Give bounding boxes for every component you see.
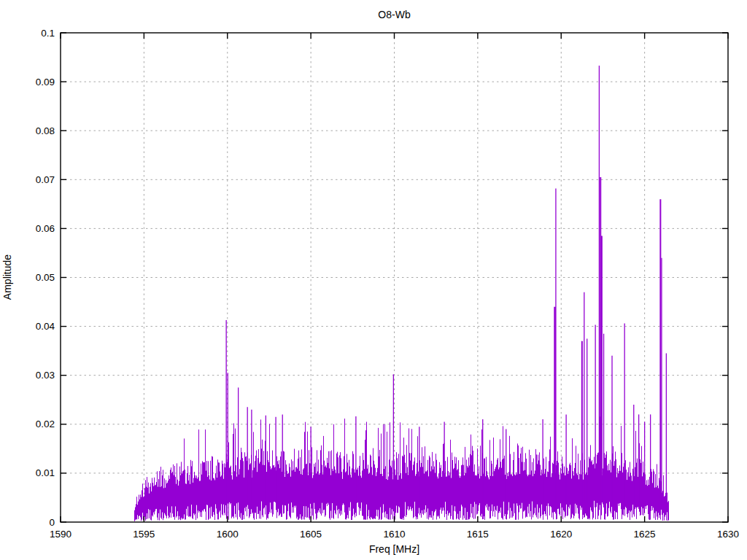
y-tick-label-0.05: 0.05 — [36, 272, 55, 283]
chart-title: O8-Wb — [61, 9, 728, 20]
x-tick-label-1625: 1625 — [634, 529, 656, 540]
y-tick-label-0.1: 0.1 — [41, 28, 55, 39]
y-tick-label-0.06: 0.06 — [36, 223, 55, 234]
y-tick-label-0: 0 — [49, 517, 55, 528]
x-tick-label-1620: 1620 — [550, 529, 572, 540]
y-axis-label: Amplitude — [1, 254, 13, 300]
y-tick-label-0.02: 0.02 — [36, 419, 55, 429]
noise-band — [135, 416, 669, 521]
chart-window: O8-Wb Amplitude Freq [MHz] 1590159516001… — [0, 0, 747, 560]
x-tick-label-1595: 1595 — [133, 529, 155, 540]
x-tick-label-1610: 1610 — [383, 529, 405, 540]
spectrum-peaks — [226, 66, 666, 504]
y-tick-label-0.07: 0.07 — [36, 174, 55, 185]
x-tick-label-1590: 1590 — [50, 529, 71, 540]
x-tick-label-1605: 1605 — [300, 529, 322, 540]
x-tick-label-1615: 1615 — [467, 529, 489, 540]
y-tick-label-0.09: 0.09 — [36, 77, 55, 88]
y-tick-label-0.01: 0.01 — [36, 467, 55, 478]
spectrum-trace — [135, 416, 669, 521]
x-axis-label: Freq [MHz] — [61, 543, 728, 555]
y-tick-label-0.03: 0.03 — [36, 370, 55, 381]
y-tick-label-0.04: 0.04 — [36, 321, 55, 332]
x-tick-label-1600: 1600 — [217, 529, 239, 540]
y-tick-label-0.08: 0.08 — [36, 125, 55, 136]
spectrum-plot: 15901595160016051610161516201625163000.0… — [0, 0, 747, 560]
x-tick-label-1630: 1630 — [717, 529, 739, 540]
plot-grid — [61, 33, 728, 522]
